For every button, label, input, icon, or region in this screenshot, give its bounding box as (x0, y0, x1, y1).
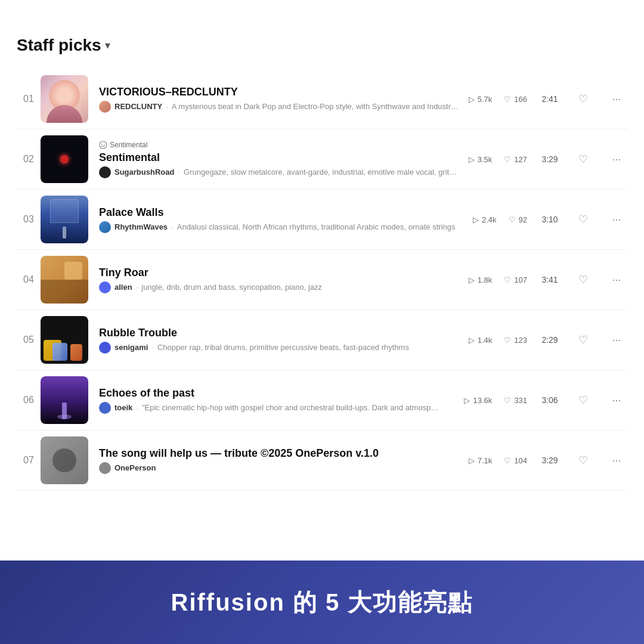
track-stats: ▷ 1.4k ♡ 123 2:29 ♡ ··· (469, 329, 627, 351)
track-thumbnail (41, 196, 88, 243)
track-description: Andalusi classical, North African rhythm… (177, 222, 456, 231)
mood-icon (99, 141, 107, 149)
track-row[interactable]: 07 The song will help us — tribute ©2025… (17, 431, 627, 491)
track-row[interactable]: 03 Palace Walls RhythmWaves · Andalusi c… (17, 190, 627, 250)
track-description: "Epic cinematic hip-hop with gospel choi… (142, 403, 440, 412)
artist-name: senigami (114, 343, 148, 352)
track-title: Tiny Roar (99, 267, 459, 279)
track-badge: Sentimental (99, 141, 147, 149)
artist-name: OnePerson (114, 463, 156, 472)
track-info: Sentimental Sentimental SugarbushRoad · … (99, 141, 459, 178)
track-number: 02 (17, 154, 41, 165)
track-meta: REDCLUNTY · A mysterious beat in Dark Po… (99, 101, 459, 113)
track-thumbnail (41, 376, 88, 424)
track-row[interactable]: 02 Sentimental Sentimental SugarbushRoad (17, 129, 627, 190)
track-duration: 3:29 (539, 456, 561, 465)
track-title: The song will help us — tribute ©2025 On… (99, 447, 459, 460)
artist-avatar (99, 342, 111, 354)
play-count: ▷ 5.7k (469, 95, 493, 104)
track-description: Chopper rap, tribal drums, primitive per… (157, 343, 409, 352)
track-info: Tiny Roar allen · jungle, dnb, drum and … (99, 267, 459, 293)
more-options-button[interactable]: ··· (606, 148, 627, 170)
heart-outline-icon: ♡ (504, 275, 511, 284)
track-info: Echoes of the past toeik · "Epic cinemat… (99, 387, 454, 414)
like-count: ♡ 331 (504, 396, 527, 405)
track-title: Rubble Trouble (99, 327, 459, 339)
more-options-button[interactable]: ··· (606, 450, 627, 471)
track-info: The song will help us — tribute ©2025 On… (99, 447, 459, 474)
track-meta: SugarbushRoad · Grungegaze, slow metalco… (99, 166, 459, 178)
track-stats: ▷ 1.8k ♡ 107 3:41 ♡ ··· (469, 269, 627, 290)
play-icon: ▷ (469, 95, 475, 104)
track-row[interactable]: 06 Echoes of the past toeik · "Epic cine… (17, 370, 627, 431)
more-options-button[interactable]: ··· (606, 329, 627, 351)
play-count: ▷ 2.4k (473, 215, 497, 224)
track-title: VICTORIOUS–REDCLUNTY (99, 86, 459, 98)
play-icon: ▷ (469, 456, 475, 465)
like-button[interactable]: ♡ (572, 389, 594, 411)
more-options-button[interactable]: ··· (606, 209, 627, 230)
play-count: ▷ 1.8k (469, 275, 493, 284)
track-stats: ▷ 7.1k ♡ 104 3:29 ♡ ··· (469, 450, 627, 471)
artist-name: allen (114, 283, 132, 292)
chevron-down-icon[interactable]: ▾ (105, 39, 110, 52)
svg-point-2 (104, 144, 105, 145)
artist-avatar (99, 402, 111, 414)
artist-name: RhythmWaves (114, 222, 168, 231)
heart-outline-icon: ♡ (504, 155, 511, 164)
svg-point-0 (100, 141, 107, 148)
like-button[interactable]: ♡ (572, 450, 594, 471)
play-icon: ▷ (469, 336, 475, 345)
play-count: ▷ 7.1k (469, 456, 493, 465)
track-meta: OnePerson (99, 462, 459, 474)
more-options-button[interactable]: ··· (606, 88, 627, 110)
track-duration: 3:41 (539, 275, 561, 284)
like-button[interactable]: ♡ (572, 88, 594, 110)
track-stats: ▷ 5.7k ♡ 166 2:41 ♡ ··· (469, 88, 627, 110)
like-button[interactable]: ♡ (572, 269, 594, 290)
track-meta: RhythmWaves · Andalusi classical, North … (99, 221, 463, 233)
track-description: jungle, dnb, drum and bass, syncopation,… (141, 283, 322, 292)
track-duration: 3:10 (539, 215, 561, 224)
track-duration: 2:29 (539, 335, 561, 345)
track-row[interactable]: 05 Rubble Trouble senigami · Chopper rap… (17, 310, 627, 370)
track-number: 07 (17, 455, 41, 466)
track-duration: 3:29 (539, 154, 561, 164)
more-options-button[interactable]: ··· (606, 389, 627, 411)
artist-name: REDCLUNTY (114, 102, 162, 111)
track-thumbnail (41, 256, 88, 304)
track-thumbnail (41, 75, 88, 123)
track-number: 01 (17, 94, 41, 104)
like-count: ♡ 92 (509, 215, 527, 224)
track-thumbnail (41, 135, 88, 183)
track-thumbnail (41, 436, 88, 484)
track-number: 05 (17, 335, 41, 345)
track-meta: senigami · Chopper rap, tribal drums, pr… (99, 342, 459, 354)
track-row[interactable]: 04 Tiny Roar allen · jungle, dnb, drum a… (17, 250, 627, 310)
track-meta: allen · jungle, dnb, drum and bass, sync… (99, 281, 459, 293)
artist-name: toeik (114, 403, 132, 412)
like-button[interactable]: ♡ (572, 148, 594, 170)
track-number: 04 (17, 274, 41, 285)
play-count: ▷ 3.5k (469, 155, 493, 164)
heart-outline-icon: ♡ (504, 95, 511, 104)
track-info: VICTORIOUS–REDCLUNTY REDCLUNTY · A myste… (99, 86, 459, 113)
track-row[interactable]: 01 VICTORIOUS–REDCLUNTY REDCLUNTY · A my… (17, 69, 627, 129)
track-duration: 2:41 (539, 94, 561, 104)
like-count: ♡ 104 (504, 456, 527, 465)
artist-avatar (99, 101, 111, 113)
track-meta: toeik · "Epic cinematic hip-hop with gos… (99, 402, 454, 414)
footer-text: Riffusion 的 5 大功能亮點 (171, 586, 473, 619)
play-icon: ▷ (473, 215, 479, 224)
track-stats: ▷ 13.6k ♡ 331 3:06 ♡ ··· (464, 389, 627, 411)
track-description: A mysterious beat in Dark Pop and Electr… (172, 102, 459, 111)
like-button[interactable]: ♡ (572, 209, 594, 230)
play-icon: ▷ (464, 396, 470, 405)
track-info: Rubble Trouble senigami · Chopper rap, t… (99, 327, 459, 354)
like-button[interactable]: ♡ (572, 329, 594, 351)
artist-avatar (99, 166, 111, 178)
track-title: Sentimental (99, 151, 459, 164)
like-count: ♡ 123 (504, 336, 527, 345)
track-number: 06 (17, 395, 41, 405)
more-options-button[interactable]: ··· (606, 269, 627, 290)
